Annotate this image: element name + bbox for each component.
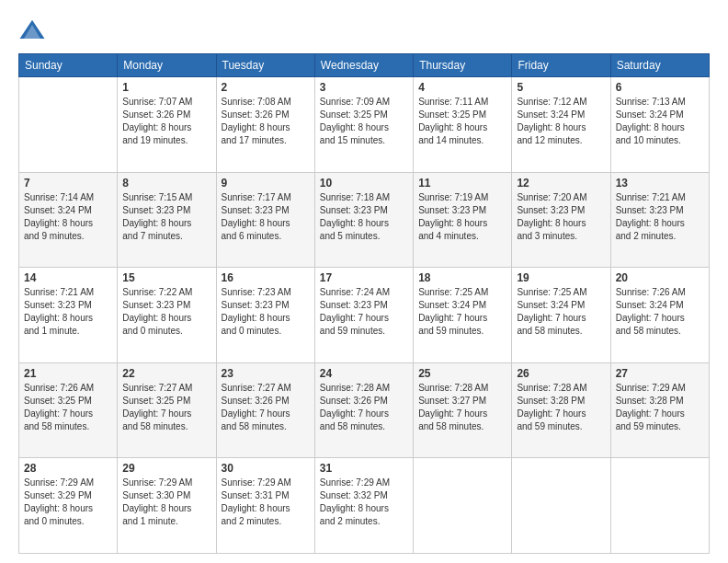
calendar-cell: 23Sunrise: 7:27 AM Sunset: 3:26 PM Dayli… [216, 362, 314, 458]
calendar-header-saturday: Saturday [610, 54, 709, 77]
day-number: 23 [222, 367, 310, 380]
day-info: Sunrise: 7:25 AM Sunset: 3:24 PM Dayligh… [517, 286, 605, 338]
calendar-week-2: 14Sunrise: 7:21 AM Sunset: 3:23 PM Dayli… [19, 268, 710, 363]
day-number: 20 [616, 271, 704, 284]
day-number: 6 [616, 81, 704, 94]
day-info: Sunrise: 7:29 AM Sunset: 3:32 PM Dayligh… [320, 477, 408, 528]
day-number: 27 [616, 367, 704, 380]
calendar-cell: 18Sunrise: 7:25 AM Sunset: 3:24 PM Dayli… [414, 268, 512, 363]
day-number: 31 [320, 462, 408, 475]
day-number: 2 [222, 81, 310, 94]
calendar-cell: 6Sunrise: 7:13 AM Sunset: 3:24 PM Daylig… [610, 77, 709, 173]
day-number: 22 [122, 367, 210, 380]
calendar-header-row: SundayMondayTuesdayWednesdayThursdayFrid… [19, 54, 710, 77]
calendar-cell [414, 458, 512, 554]
day-number: 11 [418, 177, 506, 190]
day-number: 9 [222, 177, 310, 190]
calendar-table: SundayMondayTuesdayWednesdayThursdayFrid… [18, 53, 710, 554]
day-number: 28 [24, 462, 112, 475]
day-number: 15 [122, 271, 210, 284]
day-info: Sunrise: 7:26 AM Sunset: 3:25 PM Dayligh… [24, 382, 112, 433]
calendar-cell: 8Sunrise: 7:15 AM Sunset: 3:23 PM Daylig… [118, 172, 216, 268]
day-info: Sunrise: 7:29 AM Sunset: 3:30 PM Dayligh… [122, 477, 210, 528]
day-number: 14 [24, 271, 112, 284]
calendar-cell: 17Sunrise: 7:24 AM Sunset: 3:23 PM Dayli… [314, 268, 413, 363]
day-number: 26 [517, 367, 605, 380]
day-number: 10 [320, 177, 408, 190]
calendar-cell: 22Sunrise: 7:27 AM Sunset: 3:25 PM Dayli… [118, 362, 216, 458]
day-number: 24 [320, 367, 408, 380]
calendar-cell [610, 458, 709, 554]
day-info: Sunrise: 7:27 AM Sunset: 3:25 PM Dayligh… [122, 382, 210, 433]
calendar-cell: 10Sunrise: 7:18 AM Sunset: 3:23 PM Dayli… [314, 172, 413, 268]
day-info: Sunrise: 7:14 AM Sunset: 3:24 PM Dayligh… [24, 191, 112, 243]
calendar-cell: 19Sunrise: 7:25 AM Sunset: 3:24 PM Dayli… [512, 268, 610, 363]
calendar-header-thursday: Thursday [414, 54, 512, 77]
calendar-cell: 25Sunrise: 7:28 AM Sunset: 3:27 PM Dayli… [414, 362, 512, 458]
day-info: Sunrise: 7:21 AM Sunset: 3:23 PM Dayligh… [616, 191, 704, 243]
calendar-cell: 5Sunrise: 7:12 AM Sunset: 3:24 PM Daylig… [512, 77, 610, 173]
day-info: Sunrise: 7:28 AM Sunset: 3:26 PM Dayligh… [320, 382, 408, 433]
day-info: Sunrise: 7:12 AM Sunset: 3:24 PM Dayligh… [517, 96, 605, 147]
calendar-header-wednesday: Wednesday [314, 54, 413, 77]
page: SundayMondayTuesdayWednesdayThursdayFrid… [0, 0, 728, 563]
calendar-cell: 29Sunrise: 7:29 AM Sunset: 3:30 PM Dayli… [118, 458, 216, 554]
logo [18, 17, 50, 44]
day-info: Sunrise: 7:13 AM Sunset: 3:24 PM Dayligh… [616, 96, 704, 147]
day-info: Sunrise: 7:19 AM Sunset: 3:23 PM Dayligh… [418, 191, 506, 243]
calendar-cell: 27Sunrise: 7:29 AM Sunset: 3:28 PM Dayli… [610, 362, 709, 458]
day-info: Sunrise: 7:09 AM Sunset: 3:25 PM Dayligh… [320, 96, 408, 147]
calendar-cell [19, 77, 118, 173]
day-number: 3 [320, 81, 408, 94]
day-number: 8 [122, 177, 210, 190]
calendar-cell: 13Sunrise: 7:21 AM Sunset: 3:23 PM Dayli… [610, 172, 709, 268]
calendar-cell [512, 458, 610, 554]
day-info: Sunrise: 7:17 AM Sunset: 3:23 PM Dayligh… [222, 191, 310, 243]
day-number: 12 [517, 177, 605, 190]
calendar-cell: 15Sunrise: 7:22 AM Sunset: 3:23 PM Dayli… [118, 268, 216, 363]
calendar-cell: 26Sunrise: 7:28 AM Sunset: 3:28 PM Dayli… [512, 362, 610, 458]
day-info: Sunrise: 7:29 AM Sunset: 3:28 PM Dayligh… [616, 382, 704, 433]
day-info: Sunrise: 7:21 AM Sunset: 3:23 PM Dayligh… [24, 286, 112, 338]
day-info: Sunrise: 7:28 AM Sunset: 3:27 PM Dayligh… [418, 382, 506, 433]
day-info: Sunrise: 7:08 AM Sunset: 3:26 PM Dayligh… [222, 96, 310, 147]
day-info: Sunrise: 7:07 AM Sunset: 3:26 PM Dayligh… [122, 96, 210, 147]
day-number: 19 [517, 271, 605, 284]
day-number: 4 [418, 81, 506, 94]
calendar-week-0: 1Sunrise: 7:07 AM Sunset: 3:26 PM Daylig… [19, 77, 710, 173]
day-number: 18 [418, 271, 506, 284]
calendar-cell: 24Sunrise: 7:28 AM Sunset: 3:26 PM Dayli… [314, 362, 413, 458]
day-info: Sunrise: 7:18 AM Sunset: 3:23 PM Dayligh… [320, 191, 408, 243]
day-number: 1 [122, 81, 210, 94]
day-info: Sunrise: 7:28 AM Sunset: 3:28 PM Dayligh… [517, 382, 605, 433]
day-number: 29 [122, 462, 210, 475]
calendar-cell: 3Sunrise: 7:09 AM Sunset: 3:25 PM Daylig… [314, 77, 413, 173]
day-number: 30 [222, 462, 310, 475]
day-info: Sunrise: 7:24 AM Sunset: 3:23 PM Dayligh… [320, 286, 408, 338]
day-number: 21 [24, 367, 112, 380]
calendar-cell: 28Sunrise: 7:29 AM Sunset: 3:29 PM Dayli… [19, 458, 118, 554]
day-info: Sunrise: 7:15 AM Sunset: 3:23 PM Dayligh… [122, 191, 210, 243]
calendar-header-sunday: Sunday [19, 54, 118, 77]
day-number: 5 [517, 81, 605, 94]
calendar-cell: 1Sunrise: 7:07 AM Sunset: 3:26 PM Daylig… [118, 77, 216, 173]
day-info: Sunrise: 7:27 AM Sunset: 3:26 PM Dayligh… [222, 382, 310, 433]
day-info: Sunrise: 7:20 AM Sunset: 3:23 PM Dayligh… [517, 191, 605, 243]
day-number: 7 [24, 177, 112, 190]
header [18, 17, 710, 44]
day-info: Sunrise: 7:29 AM Sunset: 3:29 PM Dayligh… [24, 477, 112, 528]
day-number: 16 [222, 271, 310, 284]
calendar-header-friday: Friday [512, 54, 610, 77]
calendar-cell: 4Sunrise: 7:11 AM Sunset: 3:25 PM Daylig… [414, 77, 512, 173]
calendar-cell: 16Sunrise: 7:23 AM Sunset: 3:23 PM Dayli… [216, 268, 314, 363]
calendar-cell: 21Sunrise: 7:26 AM Sunset: 3:25 PM Dayli… [19, 362, 118, 458]
day-info: Sunrise: 7:11 AM Sunset: 3:25 PM Dayligh… [418, 96, 506, 147]
day-number: 13 [616, 177, 704, 190]
calendar-cell: 7Sunrise: 7:14 AM Sunset: 3:24 PM Daylig… [19, 172, 118, 268]
logo-icon [18, 17, 46, 44]
calendar-week-1: 7Sunrise: 7:14 AM Sunset: 3:24 PM Daylig… [19, 172, 710, 268]
day-info: Sunrise: 7:26 AM Sunset: 3:24 PM Dayligh… [616, 286, 704, 338]
day-number: 25 [418, 367, 506, 380]
calendar-week-3: 21Sunrise: 7:26 AM Sunset: 3:25 PM Dayli… [19, 362, 710, 458]
calendar-cell: 30Sunrise: 7:29 AM Sunset: 3:31 PM Dayli… [216, 458, 314, 554]
